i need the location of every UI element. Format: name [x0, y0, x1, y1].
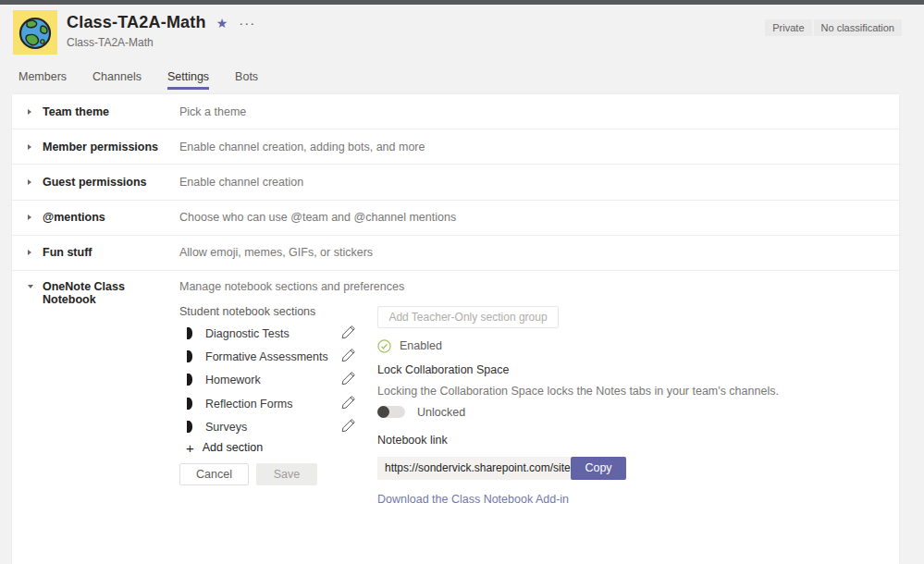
- team-avatar[interactable]: [13, 10, 57, 55]
- edit-pencil-icon[interactable]: [341, 348, 356, 362]
- chevron-right-icon[interactable]: [28, 250, 43, 255]
- setting-label: Team theme: [43, 105, 179, 118]
- team-badges: Private No classification: [765, 19, 902, 36]
- section-name: Diagnostic Tests: [205, 327, 290, 340]
- enabled-label: Enabled: [400, 339, 442, 352]
- setting-label: Fun stuff: [43, 246, 179, 259]
- favorite-star-icon[interactable]: ★: [216, 16, 228, 31]
- lock-toggle[interactable]: Unlocked: [377, 406, 465, 419]
- list-item-section: Diagnostic Tests: [186, 325, 290, 342]
- lock-collaboration-space-title: Lock Collaboration Space: [377, 363, 509, 376]
- setting-label: Guest permissions: [43, 176, 179, 189]
- setting-row-guest-permissions[interactable]: Guest permissions Enable channel creatio…: [12, 165, 899, 200]
- edit-pencil-icon[interactable]: [341, 371, 356, 386]
- section-name: Homework: [205, 374, 261, 386]
- more-options-icon[interactable]: ···: [239, 18, 255, 28]
- add-teacher-only-section-group-button[interactable]: Add Teacher-Only section group: [377, 306, 559, 328]
- setting-row-onenote-class-notebook: OneNote Class Notebook Manage notebook s…: [12, 271, 899, 559]
- notebook-section-icon: [186, 327, 194, 339]
- check-circle-icon: [377, 339, 391, 353]
- section-name: Surveys: [205, 421, 247, 434]
- edit-pencil-icon[interactable]: [341, 325, 356, 339]
- download-class-notebook-addin-link[interactable]: Download the Class Notebook Add-in: [377, 493, 569, 506]
- notebook-link-input[interactable]: [377, 457, 571, 480]
- tab-bots[interactable]: Bots: [235, 70, 258, 90]
- edit-pencil-icon[interactable]: [341, 395, 356, 410]
- setting-row-fun-stuff[interactable]: Fun stuff Allow emoji, memes, GIFs, or s…: [12, 236, 899, 271]
- globe-icon: [13, 10, 57, 55]
- list-item-section: Formative Assessments: [186, 349, 328, 365]
- section-name: Reflection Forms: [205, 398, 292, 411]
- setting-description: Manage notebook sections and preferences: [179, 280, 404, 293]
- setting-description: Choose who can use @team and @channel me…: [179, 211, 456, 224]
- plus-icon: +: [186, 440, 194, 456]
- setting-label: @mentions: [43, 211, 179, 224]
- toggle-knob[interactable]: [377, 406, 389, 418]
- setting-row-mentions[interactable]: @mentions Choose who can use @team and @…: [12, 201, 899, 236]
- toggle-track[interactable]: [377, 406, 405, 418]
- settings-card: Team theme Pick a theme Member permissio…: [12, 94, 899, 564]
- classification-badge: No classification: [814, 19, 902, 36]
- edit-pencil-icon[interactable]: [341, 418, 356, 433]
- setting-label[interactable]: OneNote Class Notebook: [43, 280, 179, 306]
- team-title: Class-TA2A-Math: [67, 13, 206, 32]
- list-item-section: Surveys: [186, 419, 247, 435]
- list-item-section: Reflection Forms: [186, 396, 292, 412]
- chevron-down-icon[interactable]: [28, 285, 33, 288]
- chevron-right-icon[interactable]: [28, 179, 43, 185]
- notebook-enabled-status: Enabled: [377, 339, 442, 353]
- setting-description: Enable channel creation: [179, 176, 303, 189]
- window-top-strip: [0, 0, 924, 5]
- list-item-section: Homework: [186, 372, 261, 388]
- setting-description: Pick a theme: [179, 105, 246, 118]
- student-sections-header: Student notebook sections: [179, 305, 315, 318]
- copy-button[interactable]: Copy: [571, 457, 626, 480]
- setting-description: Enable channel creation, adding bots, an…: [179, 141, 425, 153]
- notebook-section-icon: [186, 398, 194, 410]
- notebook-section-icon: [186, 421, 194, 433]
- team-title-block: Class-TA2A-Math ★ ··· Class-TA2A-Math: [67, 13, 255, 49]
- setting-row-team-theme[interactable]: Team theme Pick a theme: [12, 94, 899, 129]
- lock-collaboration-space-description: Locking the Collaboration Space locks th…: [377, 385, 779, 398]
- chevron-right-icon[interactable]: [28, 109, 43, 115]
- notebook-section-icon: [186, 374, 194, 386]
- notebook-section-icon: [186, 350, 194, 362]
- team-subtitle: Class-TA2A-Math: [67, 36, 255, 49]
- privacy-badge: Private: [765, 19, 811, 36]
- team-tab-bar: Members Channels Settings Bots: [18, 70, 258, 90]
- tab-settings[interactable]: Settings: [167, 70, 209, 90]
- save-button[interactable]: Save: [256, 463, 317, 485]
- chevron-right-icon[interactable]: [28, 215, 43, 220]
- cancel-button[interactable]: Cancel: [179, 463, 249, 485]
- toggle-state-label: Unlocked: [417, 406, 465, 419]
- notebook-link-label: Notebook link: [377, 434, 448, 447]
- setting-label: Member permissions: [43, 141, 179, 153]
- setting-description: Allow emoji, memes, GIFs, or stickers: [179, 246, 373, 259]
- teams-settings-page: Class-TA2A-Math ★ ··· Class-TA2A-Math Pr…: [0, 0, 924, 564]
- add-section-button[interactable]: + Add section: [186, 440, 263, 456]
- setting-row-member-permissions[interactable]: Member permissions Enable channel creati…: [12, 129, 899, 165]
- tab-channels[interactable]: Channels: [92, 70, 142, 90]
- add-section-label: Add section: [203, 441, 263, 454]
- chevron-right-icon[interactable]: [28, 144, 43, 150]
- tab-members[interactable]: Members: [18, 70, 67, 90]
- section-name: Formative Assessments: [205, 350, 328, 363]
